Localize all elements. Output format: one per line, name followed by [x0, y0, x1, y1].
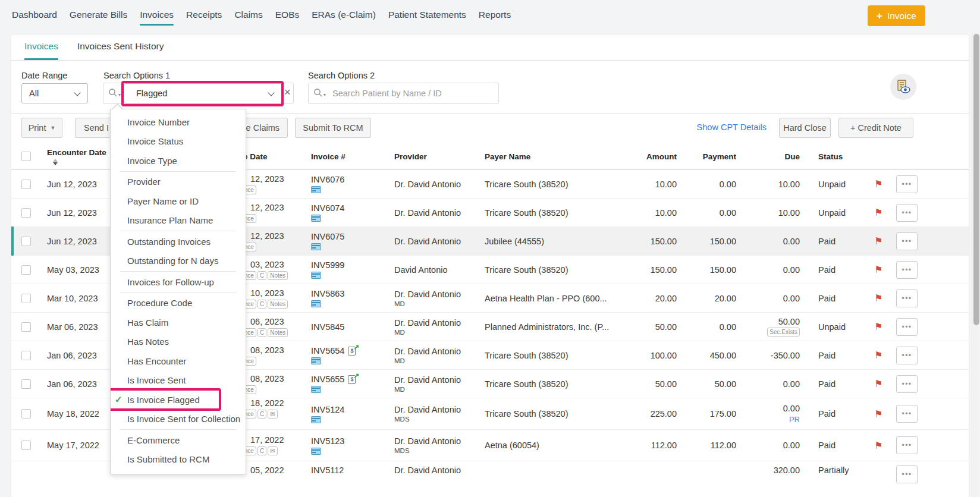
nav-list: DashboardGenerate BillsInvoicesReceiptsC… [12, 0, 511, 30]
invoice-number: INV5124 [311, 405, 344, 414]
row-actions-button[interactable]: ••• [896, 436, 918, 454]
header-due[interactable]: Due [739, 152, 803, 161]
row-actions-button[interactable]: ••• [896, 204, 918, 222]
nav-item-invoices[interactable]: Invoices [140, 0, 174, 30]
row-checkbox[interactable] [21, 379, 31, 389]
dropdown-item-insurance-plan-name[interactable]: Insurance Plan Name [111, 211, 246, 231]
scrollbar-track[interactable] [972, 33, 979, 497]
create-claims-label: te Claims [244, 123, 279, 133]
dropdown-item-is-invoice-sent[interactable]: Is Invoice Sent [111, 371, 246, 391]
row-checkbox[interactable] [21, 208, 31, 218]
cell-actions: ••• [895, 347, 926, 364]
nav-item-generate-bills[interactable]: Generate Bills [70, 0, 127, 30]
dropdown-item-is-invoice-sent-for-collection[interactable]: Is Invoice Sent for Collection [111, 410, 246, 429]
dropdown-item-invoice-type[interactable]: Invoice Type [111, 151, 246, 171]
invoice-preview-button[interactable] [890, 74, 916, 100]
cell-flag: ⚑ [862, 408, 895, 420]
select-all-checkbox[interactable] [21, 152, 31, 161]
print-button[interactable]: Print ▼ [21, 118, 62, 138]
tab-bar: InvoicesInvoices Sent History [11, 34, 969, 61]
header-payment[interactable]: Payment [680, 152, 739, 161]
dropdown-item-invoices-for-follow-up[interactable]: Invoices for Follow-up [111, 272, 246, 292]
dropdown-item-payer-name-or-id[interactable]: Payer Name or ID [111, 191, 246, 211]
row-checkbox[interactable] [21, 180, 31, 189]
flag-icon[interactable]: ⚑ [862, 440, 895, 451]
dropdown-item-invoice-status[interactable]: Invoice Status [111, 132, 246, 152]
dropdown-item-label: E-Commerce [127, 435, 180, 445]
row-actions-button[interactable]: ••• [896, 175, 918, 193]
row-checkbox[interactable] [21, 237, 31, 246]
scrollbar-thumb[interactable] [973, 34, 979, 325]
flag-icon[interactable]: ⚑ [862, 321, 895, 332]
nav-item-reports[interactable]: Reports [479, 0, 511, 30]
flag-icon[interactable]: ⚑ [862, 292, 895, 304]
card-icon [311, 416, 321, 423]
flag-icon[interactable]: ⚑ [862, 207, 895, 218]
search-options-1-select[interactable]: Flagged [124, 83, 282, 103]
row-actions-button[interactable]: ••• [896, 465, 918, 483]
invoice-number: INV6076 [311, 175, 344, 184]
date-range-select[interactable]: All [21, 83, 88, 103]
patient-search-input[interactable] [332, 84, 493, 103]
dropdown-item-outstanding-for-n-days[interactable]: Outstanding for N days [111, 251, 246, 271]
dropdown-item-rcm-claim-options[interactable]: RCM Claim Options [111, 469, 246, 474]
nav-item-claims[interactable]: Claims [234, 0, 262, 30]
clear-filter-button[interactable]: × [284, 87, 291, 97]
nav-item-patient-statements[interactable]: Patient Statements [388, 0, 466, 30]
header-provider[interactable]: Provider [394, 152, 485, 161]
row-actions-button[interactable]: ••• [896, 261, 918, 279]
tab-invoices[interactable]: Invoices [24, 34, 58, 60]
dropdown-item-is-invoice-flagged[interactable]: ✓Is Invoice Flagged [111, 390, 246, 410]
row-checkbox[interactable] [21, 351, 31, 360]
row-actions-button[interactable]: ••• [896, 290, 918, 307]
flag-icon[interactable]: ⚑ [862, 408, 895, 420]
credit-note-button[interactable]: + Credit Note [838, 118, 913, 138]
row-checkbox[interactable] [21, 409, 31, 419]
dropdown-item-provider[interactable]: Provider [111, 172, 246, 192]
hard-close-button[interactable]: Hard Close [779, 118, 831, 138]
dropdown-item-has-claim[interactable]: Has Claim [111, 313, 246, 332]
header-status[interactable]: Status [803, 152, 862, 161]
cell-status: Unpaid [803, 322, 862, 332]
dropdown-item-invoice-number[interactable]: Invoice Number [111, 112, 246, 132]
flag-icon[interactable]: ⚑ [862, 264, 895, 275]
cell-select [17, 379, 37, 389]
dropdown-item-e-commerce[interactable]: E-Commerce [111, 430, 246, 450]
flag-icon[interactable]: ⚑ [862, 378, 895, 389]
flag-icon[interactable]: ⚑ [862, 235, 895, 247]
dropdown-item-is-submitted-to-rcm[interactable]: Is Submitted to RCM [111, 450, 246, 470]
nav-item-receipts[interactable]: Receipts [186, 0, 222, 30]
row-actions-button[interactable]: ••• [896, 405, 918, 423]
flag-icon[interactable]: ⚑ [862, 350, 895, 361]
cell-invoice-number: INV6075 [311, 232, 394, 250]
nav-item-eobs[interactable]: EOBs [275, 0, 299, 30]
cell-flag: ⚑ [862, 235, 895, 247]
invoice-tag-c: C [257, 446, 266, 455]
show-cpt-details-link[interactable]: Show CPT Details [697, 122, 767, 132]
row-actions-button[interactable]: ••• [896, 232, 918, 250]
dropdown-item-has-encounter[interactable]: Has Encounter [111, 351, 246, 371]
row-actions-button[interactable]: ••• [896, 375, 918, 393]
provider-name: Dr. David Antonio [394, 375, 485, 385]
tab-invoices-sent-history[interactable]: Invoices Sent History [77, 34, 164, 60]
row-actions-button[interactable]: ••• [896, 318, 918, 336]
row-actions-button[interactable]: ••• [896, 347, 918, 364]
nav-item-dashboard[interactable]: Dashboard [12, 0, 57, 30]
new-invoice-button[interactable]: + Invoice [868, 5, 925, 26]
row-checkbox[interactable] [21, 265, 31, 275]
row-checkbox[interactable] [21, 294, 31, 303]
submit-to-rcm-button[interactable]: Submit To RCM [295, 118, 371, 138]
header-amount[interactable]: Amount [633, 152, 680, 161]
flag-icon[interactable]: ⚑ [862, 178, 895, 190]
header-payer-name[interactable]: Payer Name [485, 152, 633, 161]
invoice-number: INV5112 [311, 465, 344, 475]
dropdown-item-has-notes[interactable]: Has Notes [111, 332, 246, 352]
row-checkbox[interactable] [21, 441, 31, 450]
row-checkbox[interactable] [21, 322, 31, 332]
header-invoice-number[interactable]: Invoice # [311, 152, 394, 161]
nav-item-eras-e-claim[interactable]: ERAs (e-Claim) [312, 0, 376, 30]
dropdown-item-procedure-code[interactable]: Procedure Code [111, 294, 246, 313]
dropdown-item-outstanding-invoices[interactable]: Outstanding Invoices [111, 232, 246, 251]
card-icon [311, 186, 321, 193]
cell-due: 10.00 [739, 208, 803, 218]
